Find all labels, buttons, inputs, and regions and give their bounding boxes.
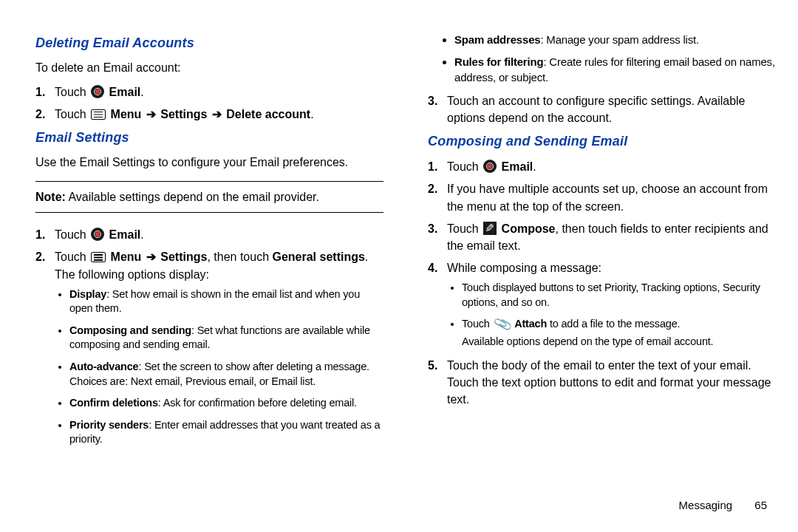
step-5: 5. Touch the body of the email to enter … bbox=[447, 357, 776, 409]
step-number: 4. bbox=[428, 259, 437, 276]
step-2: 2. Touch Menu ➔ Settings ➔ Delete accoun… bbox=[55, 106, 383, 123]
text: Touch bbox=[55, 108, 89, 120]
text: While composing a message: bbox=[447, 262, 601, 274]
label-menu: Menu bbox=[111, 250, 142, 263]
label-settings: Settings bbox=[160, 108, 207, 120]
arrow-icon: ➔ bbox=[146, 106, 156, 123]
step-number: 3. bbox=[428, 92, 437, 109]
text: , then touch bbox=[207, 250, 272, 263]
step-1: 1. Touch Email. bbox=[447, 158, 776, 175]
list-item: Display: Set how email is shown in the e… bbox=[69, 287, 383, 316]
email-icon bbox=[91, 85, 104, 98]
list-item: Composing and sending: Set what function… bbox=[69, 324, 383, 352]
intro-settings: Use the Email Settings to configure your… bbox=[35, 154, 383, 171]
step-number: 2. bbox=[35, 248, 45, 265]
right-column: Spam addresses: Manage your spam address… bbox=[428, 30, 776, 454]
sub-note: Available options depend on the type of … bbox=[462, 335, 776, 349]
list-item: Spam addresses: Manage your spam address… bbox=[454, 33, 776, 47]
heading-email-settings: Email Settings bbox=[35, 130, 383, 146]
opt-label: Composing and sending bbox=[69, 324, 191, 336]
heading-deleting: Deleting Email Accounts bbox=[35, 35, 383, 51]
label-general: General settings bbox=[272, 250, 364, 263]
list-item: Confirm deletions: Ask for confirmation … bbox=[69, 396, 383, 411]
arrow-icon: ➔ bbox=[212, 106, 222, 123]
opt-label: Auto-advance bbox=[69, 361, 138, 372]
step-number: 5. bbox=[428, 357, 437, 374]
opt-text: : Set how email is shown in the email li… bbox=[69, 288, 360, 315]
step-3: 3. Touch an account to configure specifi… bbox=[447, 92, 776, 126]
label-attach: Attach bbox=[514, 318, 547, 330]
text: Touch the body of the email to enter the… bbox=[447, 359, 771, 406]
menu-icon bbox=[91, 109, 106, 120]
note-label: Note: bbox=[35, 191, 66, 203]
compose-sublist: Touch displayed buttons to set Priority,… bbox=[447, 281, 776, 349]
label-menu: Menu bbox=[111, 108, 142, 120]
list-item: Touch 📎 Attach to add a file to the mess… bbox=[462, 317, 776, 349]
compose-icon bbox=[483, 222, 497, 235]
text: Touch bbox=[55, 250, 89, 263]
text: Touch bbox=[55, 228, 89, 241]
step-4: 4. While composing a message: Touch disp… bbox=[447, 259, 776, 349]
footer-page-number: 65 bbox=[754, 499, 767, 511]
opt-label: Display bbox=[69, 288, 106, 300]
page-footer: Messaging 65 bbox=[679, 499, 767, 511]
opt-label: Spam addresses bbox=[454, 33, 540, 46]
text: Touch an account to configure specific s… bbox=[447, 95, 746, 124]
opt-label: Confirm deletions bbox=[69, 397, 158, 409]
label-compose: Compose bbox=[502, 222, 556, 235]
attach-icon: 📎 bbox=[492, 316, 512, 333]
general-settings-list: Display: Set how email is shown in the e… bbox=[55, 287, 383, 447]
opt-text: : Ask for confirmation before deleting e… bbox=[158, 397, 357, 409]
arrow-icon: ➔ bbox=[146, 248, 156, 265]
step-1: 1. Touch Email. bbox=[55, 83, 383, 100]
text: If you have multiple accounts set up, ch… bbox=[447, 183, 768, 212]
text: Touch bbox=[447, 222, 482, 235]
note-box: Note: Available settings depend on the e… bbox=[35, 181, 383, 214]
step-number: 3. bbox=[428, 220, 437, 237]
list-item: Auto-advance: Set the screen to show aft… bbox=[69, 360, 383, 389]
text: Touch bbox=[55, 86, 89, 98]
menu-icon bbox=[91, 252, 106, 262]
label-email: Email bbox=[109, 228, 141, 241]
label-delete-account: Delete account bbox=[226, 108, 310, 120]
delete-steps: 1. Touch Email. 2. Touch Menu ➔ Settings… bbox=[35, 83, 383, 123]
step-number: 2. bbox=[35, 106, 45, 123]
intro-delete: To delete an Email account: bbox=[35, 60, 383, 76]
note-text: Available settings depend on the email p… bbox=[66, 191, 319, 203]
email-icon bbox=[483, 160, 497, 173]
step-2: 2. Touch Menu ➔ Settings, then touch Gen… bbox=[55, 248, 383, 446]
settings-list-continued: Spam addresses: Manage your spam address… bbox=[428, 33, 776, 85]
step-number: 1. bbox=[428, 158, 437, 175]
step-1: 1. Touch Email. bbox=[55, 226, 383, 243]
step-3: 3. Touch Compose, then touch fields to e… bbox=[447, 220, 776, 254]
step-number: 2. bbox=[428, 180, 437, 197]
heading-composing: Composing and Sending Email bbox=[428, 134, 776, 149]
label-email: Email bbox=[502, 160, 533, 173]
compose-steps: 1. Touch Email. 2. If you have multiple … bbox=[428, 158, 776, 408]
settings-step-3: 3. Touch an account to configure specifi… bbox=[428, 92, 776, 126]
list-item: Touch displayed buttons to set Priority,… bbox=[462, 281, 776, 310]
left-column: Deleting Email Accounts To delete an Ema… bbox=[35, 30, 383, 454]
text: to add a file to the message. bbox=[550, 318, 680, 330]
text: Touch displayed buttons to set Priority,… bbox=[462, 282, 760, 308]
opt-label: Rules for filtering bbox=[454, 55, 543, 68]
opt-text: : Manage your spam address list. bbox=[540, 33, 699, 46]
list-item: Priority senders: Enter email addresses … bbox=[69, 418, 383, 447]
text: Touch bbox=[447, 160, 482, 173]
step-2: 2. If you have multiple accounts set up,… bbox=[447, 180, 776, 214]
step-number: 1. bbox=[35, 226, 45, 243]
label-settings: Settings bbox=[160, 250, 207, 263]
email-icon bbox=[91, 228, 104, 241]
text: Touch bbox=[462, 318, 493, 330]
footer-section: Messaging bbox=[679, 499, 733, 511]
list-item: Rules for filtering: Create rules for fi… bbox=[454, 55, 776, 85]
step-number: 1. bbox=[35, 83, 45, 100]
settings-steps: 1. Touch Email. 2. Touch Menu ➔ Settings… bbox=[35, 226, 383, 447]
opt-label: Priority senders bbox=[69, 419, 149, 431]
label-email: Email bbox=[109, 86, 141, 98]
